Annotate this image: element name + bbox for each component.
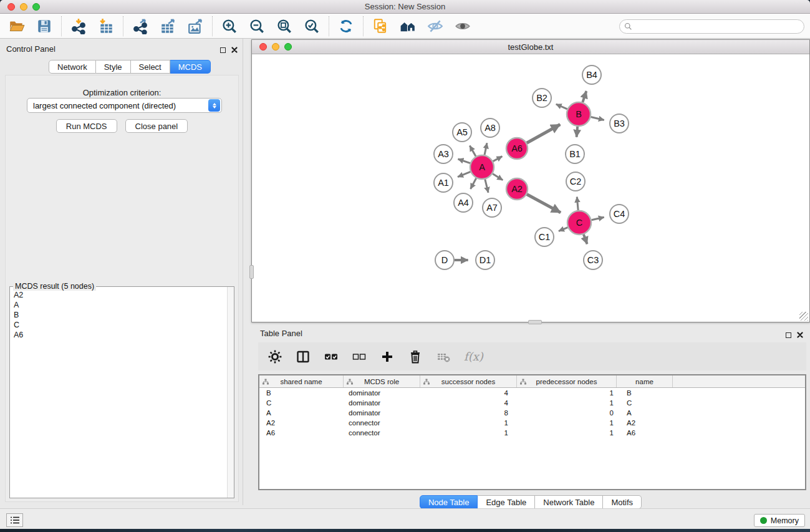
node-C[interactable]: C xyxy=(567,211,591,235)
table-cell[interactable]: 1 xyxy=(420,428,517,438)
tab-select[interactable]: Select xyxy=(131,60,170,74)
table-row[interactable]: A2connector11A2 xyxy=(259,418,805,428)
table-cell[interactable]: 4 xyxy=(420,398,517,408)
table-row[interactable]: Bdominator41B xyxy=(259,388,805,398)
table-tab-motifs[interactable]: Motifs xyxy=(603,495,642,509)
zoom-out-icon[interactable] xyxy=(248,17,266,35)
edge-B-B2[interactable] xyxy=(556,104,567,109)
edge-A-A3[interactable] xyxy=(458,159,470,163)
table-cell[interactable]: 1 xyxy=(420,418,517,428)
zoom-in-icon[interactable] xyxy=(221,17,238,35)
edge-A2-C[interactable] xyxy=(527,195,561,213)
tab-network[interactable]: Network xyxy=(49,60,96,74)
add-row-icon[interactable] xyxy=(380,349,395,364)
node-D[interactable]: D xyxy=(435,251,454,269)
function-builder-button[interactable]: f(x) xyxy=(464,350,483,363)
optimization-criterion-dropdown[interactable]: largest connected component (directed) xyxy=(27,98,222,113)
float-panel-icon[interactable] xyxy=(220,47,226,53)
result-item[interactable]: C xyxy=(14,320,226,330)
result-item[interactable]: A6 xyxy=(14,330,226,340)
node-A5[interactable]: A5 xyxy=(453,123,471,142)
table-tab-edge-table[interactable]: Edge Table xyxy=(478,495,535,509)
edge-A-A5[interactable] xyxy=(470,146,476,157)
node-A[interactable]: A xyxy=(470,155,494,179)
export-network-icon[interactable] xyxy=(132,17,149,35)
float-table-panel-icon[interactable] xyxy=(786,332,791,338)
column-header-shared-name[interactable]: shared name xyxy=(259,375,344,387)
edge-C-C1[interactable] xyxy=(559,228,568,231)
save-icon[interactable] xyxy=(36,17,53,35)
zoom-fit-icon[interactable] xyxy=(276,17,293,35)
import-table-icon[interactable] xyxy=(97,17,115,35)
run-mcds-button[interactable]: Run MCDS xyxy=(56,119,117,133)
node-B4[interactable]: B4 xyxy=(582,65,601,84)
new-network-from-selection-icon[interactable] xyxy=(372,17,389,35)
close-panel-button[interactable]: Close panel xyxy=(125,119,188,133)
hide-selected-icon[interactable] xyxy=(427,17,444,35)
window-edge-handle-left[interactable] xyxy=(249,265,254,279)
table-cell[interactable]: A2 xyxy=(617,418,673,428)
node-C2[interactable]: C2 xyxy=(566,172,585,191)
edge-C-C2[interactable] xyxy=(577,197,578,210)
table-cell[interactable]: 1 xyxy=(517,428,617,438)
memory-button[interactable]: Memory xyxy=(754,514,805,527)
table-cell[interactable]: B xyxy=(259,388,344,398)
first-neighbors-icon[interactable] xyxy=(399,17,417,35)
import-network-icon[interactable] xyxy=(70,17,87,35)
table-cell[interactable]: 1 xyxy=(517,418,617,428)
node-C3[interactable]: C3 xyxy=(584,251,602,269)
edge-C-C3[interactable] xyxy=(584,235,587,244)
result-item[interactable]: A xyxy=(14,300,226,310)
task-history-button[interactable] xyxy=(6,513,23,527)
table-cell[interactable]: dominator xyxy=(344,388,420,398)
zoom-selected-icon[interactable] xyxy=(303,17,321,35)
refresh-icon[interactable] xyxy=(337,17,355,35)
table-cell[interactable]: 1 xyxy=(517,388,617,398)
table-cell[interactable]: A xyxy=(259,408,344,418)
split-columns-icon[interactable] xyxy=(296,349,311,364)
table-tab-node-table[interactable]: Node Table xyxy=(420,495,478,509)
export-image-icon[interactable] xyxy=(186,17,204,35)
node-B[interactable]: B xyxy=(567,102,591,126)
table-cell[interactable]: 1 xyxy=(517,398,617,408)
node-A6[interactable]: A6 xyxy=(506,138,528,159)
node-B3[interactable]: B3 xyxy=(610,114,629,133)
edge-A6-B[interactable] xyxy=(527,125,561,143)
clear-checkboxes-icon[interactable] xyxy=(352,349,367,364)
gear-icon[interactable] xyxy=(268,349,282,364)
table-row[interactable]: Cdominator41C xyxy=(259,398,805,408)
tab-style[interactable]: Style xyxy=(96,60,131,74)
table-cell[interactable]: A6 xyxy=(617,428,673,438)
edge-A-A6[interactable] xyxy=(493,157,503,162)
table-cell[interactable]: C xyxy=(259,398,344,408)
table-cell[interactable]: A xyxy=(617,408,673,418)
network-canvas[interactable]: B4B2BB3A8A5A6A3B1AA1C2A2A4A7C4CC1C3DD1 xyxy=(252,54,809,322)
resize-grip[interactable] xyxy=(799,312,808,321)
node-C1[interactable]: C1 xyxy=(535,228,554,246)
table-cell[interactable]: B xyxy=(617,388,673,398)
node-A3[interactable]: A3 xyxy=(434,145,453,163)
edge-B-B1[interactable] xyxy=(577,127,578,137)
node-A7[interactable]: A7 xyxy=(483,198,501,217)
edge-A-A1[interactable] xyxy=(458,172,470,177)
node-A8[interactable]: A8 xyxy=(481,118,499,137)
edge-A-A4[interactable] xyxy=(471,178,476,189)
result-item[interactable]: A2 xyxy=(14,290,226,300)
select-all-checkboxes-icon[interactable] xyxy=(324,349,339,364)
edge-C-C4[interactable] xyxy=(592,217,604,220)
edge-B-B3[interactable] xyxy=(591,117,604,120)
edge-A-A2[interactable] xyxy=(493,174,503,180)
search-input[interactable] xyxy=(619,19,804,34)
close-table-panel-icon[interactable] xyxy=(797,329,803,341)
column-header-name[interactable]: name xyxy=(617,375,673,387)
open-folder-icon[interactable] xyxy=(8,17,26,35)
table-cell[interactable]: 4 xyxy=(420,388,517,398)
table-cell[interactable]: A6 xyxy=(259,428,344,438)
table-row[interactable]: Adominator80A xyxy=(259,408,805,418)
tab-mcds[interactable]: MCDS xyxy=(170,60,211,74)
node-A2[interactable]: A2 xyxy=(506,178,528,200)
node-B1[interactable]: B1 xyxy=(566,145,584,163)
column-header-MCDS-role[interactable]: MCDS role xyxy=(344,375,420,387)
table-cell[interactable]: 0 xyxy=(517,408,617,418)
close-panel-icon[interactable] xyxy=(231,44,238,56)
